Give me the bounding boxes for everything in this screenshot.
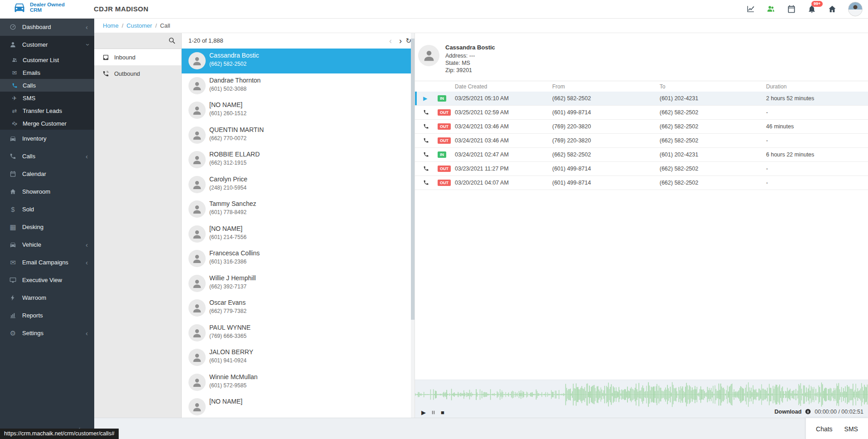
contact-name: Francesca Collins: [209, 249, 260, 257]
dock-tab-chats[interactable]: Chats: [816, 425, 833, 433]
sidebar-item-showroom[interactable]: Showroom: [0, 183, 94, 200]
phone-icon: [423, 123, 429, 130]
column-header-to: To: [660, 81, 665, 92]
download-link[interactable]: Download: [775, 409, 802, 415]
sidebar-item-desking[interactable]: ▦Desking: [0, 218, 94, 236]
contact-list-item[interactable]: Francesca Collins(601) 316-2386: [181, 246, 415, 271]
contact-list-item[interactable]: PAUL WYNNE(769) 666-3365: [181, 321, 415, 346]
bolt-icon: [9, 294, 17, 301]
prev-page-button[interactable]: ‹: [389, 33, 392, 49]
call-date: 03/25/2021 05:10 AM: [455, 92, 509, 105]
contact-name: JALON BERRY: [209, 348, 253, 356]
chevron-left-icon: ‹: [86, 241, 88, 248]
contact-list-item[interactable]: Oscar Evans(662) 779-7382: [181, 296, 415, 321]
call-row[interactable]: OUT03/25/2021 02:59 AM(601) 499-8714(662…: [415, 106, 868, 120]
sidebar-item-label: Vehicle: [22, 241, 41, 248]
call-row[interactable]: OUT03/20/2021 04:07 AM(601) 499-8714(662…: [415, 176, 868, 190]
phone-icon: [423, 137, 429, 144]
sidebar-item-warroom[interactable]: Warroom: [0, 289, 94, 307]
sidebar-item-transfer-leads[interactable]: ⇄Transfer Leads: [0, 104, 94, 117]
play-recording-icon[interactable]: ▶: [423, 95, 429, 102]
sidebar-item-executive-view[interactable]: Executive View: [0, 271, 94, 289]
stop-button[interactable]: ■: [441, 410, 444, 415]
search-icon[interactable]: [168, 37, 176, 44]
call-date: 03/20/2021 04:07 AM: [455, 176, 509, 190]
sidebar-item-inventory[interactable]: Inventory: [0, 130, 94, 147]
play-button[interactable]: ▶: [421, 410, 426, 415]
filter-inbound[interactable]: Inbound: [94, 49, 181, 65]
contact-phone: (601) 778-8492: [209, 209, 246, 215]
contact-list-item[interactable]: [NO NAME]: [181, 395, 415, 418]
scrollbar-thumb[interactable]: [411, 39, 415, 320]
contact-avatar: [188, 176, 206, 193]
app-logo[interactable]: Dealer Owned CRM: [12, 1, 65, 14]
contacts-scrollbar[interactable]: [411, 33, 415, 418]
sidebar-item-settings[interactable]: ⚙Settings‹: [0, 324, 94, 342]
sidebar-item-calls[interactable]: Calls‹: [0, 147, 94, 165]
sidebar-item-label: Dashboard: [22, 24, 51, 30]
phone-icon: [423, 166, 429, 172]
transfer-icon: ⇄: [11, 108, 18, 114]
sidebar-item-customer-list[interactable]: Customer List: [0, 54, 94, 66]
pause-button[interactable]: [430, 410, 436, 415]
contact-avatar: [188, 200, 206, 218]
call-row[interactable]: OUT03/23/2021 11:27 PM(601) 499-8714(662…: [415, 162, 868, 176]
contact-list-item[interactable]: Dandrae Thornton(601) 502-3088: [181, 73, 415, 98]
home-icon[interactable]: [828, 5, 837, 14]
call-row[interactable]: ▶IN03/25/2021 05:10 AM(662) 582-2502(601…: [415, 92, 868, 106]
contact-list-item[interactable]: JALON BERRY(601) 941-0924: [181, 345, 415, 370]
sidebar-item-customer[interactable]: Customer‹: [0, 36, 94, 54]
call-duration: 6 hours 22 minutes: [766, 148, 814, 161]
avatar[interactable]: [848, 2, 863, 16]
download-icon[interactable]: [805, 408, 811, 415]
breadcrumb-customer[interactable]: Customer: [126, 22, 152, 29]
waveform[interactable]: [415, 381, 868, 408]
sidebar-item-merge-customer[interactable]: ⇄Merge Customer: [0, 117, 94, 130]
sidebar-item-calls[interactable]: Calls: [0, 79, 94, 92]
contact-list-item[interactable]: Tammy Sanchez(601) 778-8492: [181, 197, 415, 222]
call-row[interactable]: IN03/24/2021 02:47 AM(662) 582-2502(601)…: [415, 148, 868, 162]
call-row[interactable]: OUT03/24/2021 03:46 AM(769) 220-3820(662…: [415, 120, 868, 134]
sidebar-item-reports[interactable]: Reports: [0, 307, 94, 324]
call-table-header: Date CreatedFromToDuration: [415, 81, 868, 93]
sidebar-item-dashboard[interactable]: Dashboard‹: [0, 18, 94, 36]
sidebar-item-calendar[interactable]: Calendar: [0, 165, 94, 183]
sidebar-item-sms[interactable]: ✈SMS: [0, 92, 94, 104]
contact-list-item[interactable]: [NO NAME](601) 260-1512: [181, 98, 415, 123]
contact-list-item[interactable]: QUENTIN MARTIN(662) 770-0072: [181, 123, 415, 148]
contact-list-item[interactable]: [NO NAME](601) 214-7556: [181, 222, 415, 247]
call-duration: 46 minutes: [766, 120, 794, 133]
dock-tab-sms[interactable]: SMS: [844, 425, 858, 433]
notifications-bell-icon[interactable]: 99+: [807, 5, 816, 14]
contact-phone: (662) 770-0072: [209, 135, 246, 141]
contact-avatar: [188, 349, 206, 366]
sidebar-item-label: Warroom: [22, 294, 46, 301]
phone-icon: [423, 151, 429, 158]
calendar-icon[interactable]: [787, 5, 796, 14]
call-date: 03/23/2021 11:27 PM: [455, 162, 509, 176]
call-row[interactable]: OUT03/24/2021 03:46 AM(769) 220-3820(662…: [415, 134, 868, 148]
contact-phone: (601) 502-3088: [209, 86, 246, 92]
line-chart-icon[interactable]: [746, 5, 755, 14]
users-icon[interactable]: [767, 5, 776, 14]
chevron-left-icon: ‹: [86, 259, 88, 266]
breadcrumb-home[interactable]: Home: [103, 22, 119, 29]
sidebar-item-vehicle[interactable]: Vehicle‹: [0, 236, 94, 254]
sidebar-item-label: Calls: [23, 82, 36, 89]
contact-list-item[interactable]: ROBBIE ELLARD(662) 312-1915: [181, 147, 415, 172]
direction-badge: OUT: [438, 137, 451, 144]
contact-list-item[interactable]: Willie J Hemphill(662) 392-7137: [181, 271, 415, 296]
contact-name: Oscar Evans: [209, 299, 246, 306]
sidebar-item-email-campaigns[interactable]: ✉Email Campaigns‹: [0, 254, 94, 271]
sidebar-item-label: Showroom: [22, 188, 50, 195]
sidebar-item-emails[interactable]: ✉Emails: [0, 66, 94, 79]
contact-avatar: [188, 77, 206, 94]
home-icon: [9, 188, 17, 195]
sidebar-item-sold[interactable]: $Sold: [0, 200, 94, 218]
next-page-button[interactable]: ›: [399, 33, 402, 49]
contact-list-item[interactable]: Carolyn Price(248) 210-5954: [181, 172, 415, 197]
filter-outbound[interactable]: Outbound: [94, 65, 181, 82]
contact-list-item[interactable]: Cassandra Bostic(662) 582-2502: [181, 49, 415, 73]
contact-list-item[interactable]: Winnie McMullan(601) 572-9585: [181, 370, 415, 395]
call-from: (601) 499-8714: [552, 176, 591, 190]
